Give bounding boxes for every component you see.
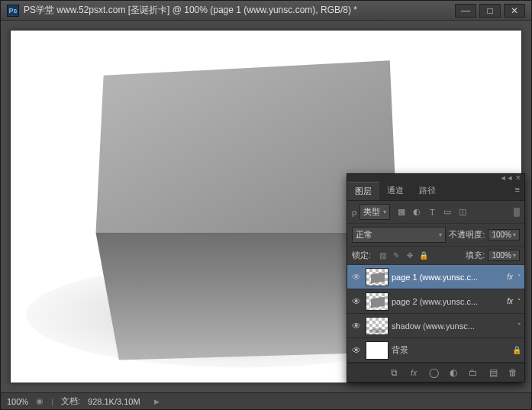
expand-icon[interactable]: ˅ bbox=[517, 322, 521, 330]
filter-pixel-icon[interactable]: ▦ bbox=[396, 207, 407, 218]
layer-row[interactable]: 👁背景🔒 bbox=[347, 338, 524, 363]
lock-icons: ▨ ✎ ✥ 🔒 bbox=[377, 250, 429, 261]
statusbar: 100% ◉ | 文档: 928.1K/3.10M ▶ bbox=[1, 392, 531, 409]
doc-value: 928.1K/3.10M bbox=[88, 397, 140, 406]
blend-row: 正常 ▾ 不透明度: 100% ▾ bbox=[347, 224, 524, 247]
filter-type-dropdown[interactable]: 类型 ▾ bbox=[360, 204, 390, 220]
tab-layers[interactable]: 图层 bbox=[347, 182, 379, 200]
layer-row[interactable]: 👁page 2 (www.yunsc.c...fx˅ bbox=[347, 289, 524, 314]
opacity-label: 不透明度: bbox=[449, 229, 485, 241]
filter-toggle[interactable] bbox=[514, 208, 520, 217]
chevron-down-icon: ▾ bbox=[513, 231, 516, 238]
layer-name: page 2 (www.yunsc.c... bbox=[392, 297, 504, 306]
blend-mode-value: 正常 bbox=[356, 229, 372, 241]
minimize-button[interactable]: — bbox=[455, 4, 476, 18]
lock-label: 锁定: bbox=[352, 250, 371, 261]
layer-row[interactable]: 👁page 1 (www.yunsc.c...fx˅ bbox=[347, 265, 524, 289]
layer-thumbnail[interactable] bbox=[366, 341, 389, 360]
delete-layer-icon[interactable]: 🗑 bbox=[506, 366, 520, 379]
panel-menu-icon[interactable]: ≡ bbox=[511, 182, 524, 200]
new-layer-icon[interactable]: ▤ bbox=[486, 366, 500, 379]
tab-paths[interactable]: 路径 bbox=[411, 182, 443, 200]
fill-value: 100% bbox=[492, 251, 511, 260]
fill-label: 填充: bbox=[466, 250, 485, 261]
filter-shape-icon[interactable]: ▭ bbox=[442, 207, 453, 218]
layer-fx-icon[interactable]: fx bbox=[407, 366, 421, 379]
chevron-down-icon: ▾ bbox=[383, 208, 386, 215]
filter-adjust-icon[interactable]: ◐ bbox=[411, 207, 422, 218]
blend-mode-dropdown[interactable]: 正常 ▾ bbox=[352, 227, 446, 243]
doc-label: 文档: bbox=[61, 395, 80, 407]
chevron-down-icon: ▾ bbox=[513, 252, 516, 259]
expand-fx-icon[interactable]: ˅ bbox=[517, 273, 521, 281]
visibility-toggle-icon[interactable]: 👁 bbox=[350, 345, 363, 356]
canvas-area: ◄◄ ✕ 图层 通道 路径 ≡ ρ 类型 ▾ ▦ ◐ T ▭ ◫ bbox=[1, 21, 531, 409]
layer-thumbnail[interactable] bbox=[366, 317, 389, 335]
filter-row: ρ 类型 ▾ ▦ ◐ T ▭ ◫ bbox=[347, 201, 524, 224]
filter-type-icon[interactable]: T bbox=[427, 207, 437, 218]
tab-channels[interactable]: 通道 bbox=[379, 182, 411, 200]
opacity-value: 100% bbox=[492, 231, 511, 239]
layer-thumbnail[interactable] bbox=[366, 292, 389, 311]
layers-panel[interactable]: ◄◄ ✕ 图层 通道 路径 ≡ ρ 类型 ▾ ▦ ◐ T ▭ ◫ bbox=[347, 173, 525, 383]
fx-indicator-icon[interactable]: fx bbox=[507, 297, 513, 305]
layer-thumbnail[interactable] bbox=[366, 268, 389, 286]
separator: | bbox=[51, 397, 53, 406]
opacity-input[interactable]: 100% ▾ bbox=[488, 229, 520, 241]
filter-type-label: 类型 bbox=[363, 206, 380, 218]
layer-name: 背景 bbox=[392, 344, 508, 356]
layer-name: page 1 (www.yunsc.c... bbox=[392, 273, 504, 282]
filter-search-icon[interactable]: ρ bbox=[352, 208, 356, 217]
globe-icon[interactable]: ◉ bbox=[36, 396, 44, 406]
window-title: PS学堂 www.52psxt.com [圣诞折卡] @ 100% (page … bbox=[24, 4, 452, 17]
zoom-value[interactable]: 100% bbox=[7, 397, 28, 406]
layer-row[interactable]: 👁shadow (www.yunsc...˅ bbox=[347, 314, 524, 338]
fx-indicator-icon[interactable]: fx bbox=[507, 273, 513, 281]
new-group-icon[interactable]: 🗀 bbox=[466, 366, 480, 379]
lock-row: 锁定: ▨ ✎ ✥ 🔒 填充: 100% ▾ bbox=[347, 247, 524, 265]
visibility-toggle-icon[interactable]: 👁 bbox=[350, 296, 363, 307]
layer-name: shadow (www.yunsc... bbox=[392, 321, 514, 331]
maximize-button[interactable]: □ bbox=[479, 4, 501, 18]
panel-bottom-toolbar: ⧉ fx ◯ ◐ 🗀 ▤ 🗑 bbox=[347, 363, 524, 382]
filter-icons: ▦ ◐ T ▭ ◫ bbox=[396, 207, 468, 218]
lock-transparent-icon[interactable]: ▨ bbox=[377, 250, 388, 261]
lock-brush-icon[interactable]: ✎ bbox=[391, 250, 401, 261]
visibility-toggle-icon[interactable]: 👁 bbox=[350, 272, 363, 282]
layer-mask-icon[interactable]: ◯ bbox=[427, 366, 440, 379]
panel-tabs: 图层 通道 路径 ≡ bbox=[347, 182, 524, 201]
app-icon: Ps bbox=[7, 5, 19, 17]
chevron-down-icon: ▾ bbox=[439, 231, 442, 238]
lock-all-icon[interactable]: 🔒 bbox=[418, 250, 429, 261]
status-arrow-icon[interactable]: ▶ bbox=[154, 398, 160, 405]
close-button[interactable]: ✕ bbox=[504, 4, 525, 18]
link-layers-icon[interactable]: ⧉ bbox=[387, 366, 401, 379]
window-controls: — □ ✕ bbox=[452, 4, 525, 18]
titlebar: Ps PS学堂 www.52psxt.com [圣诞折卡] @ 100% (pa… bbox=[1, 1, 531, 21]
app-window: Ps PS学堂 www.52psxt.com [圣诞折卡] @ 100% (pa… bbox=[0, 0, 532, 410]
lock-move-icon[interactable]: ✥ bbox=[405, 250, 415, 261]
lock-icon: 🔒 bbox=[512, 346, 521, 354]
visibility-toggle-icon[interactable]: 👁 bbox=[350, 321, 363, 331]
panel-collapse-bar[interactable]: ◄◄ ✕ bbox=[347, 174, 524, 182]
new-adjustment-icon[interactable]: ◐ bbox=[447, 366, 460, 379]
expand-fx-icon[interactable]: ˅ bbox=[517, 298, 521, 305]
layer-list: 👁page 1 (www.yunsc.c...fx˅👁page 2 (www.y… bbox=[347, 265, 524, 363]
fill-input[interactable]: 100% ▾ bbox=[488, 250, 520, 261]
filter-smart-icon[interactable]: ◫ bbox=[457, 207, 468, 218]
